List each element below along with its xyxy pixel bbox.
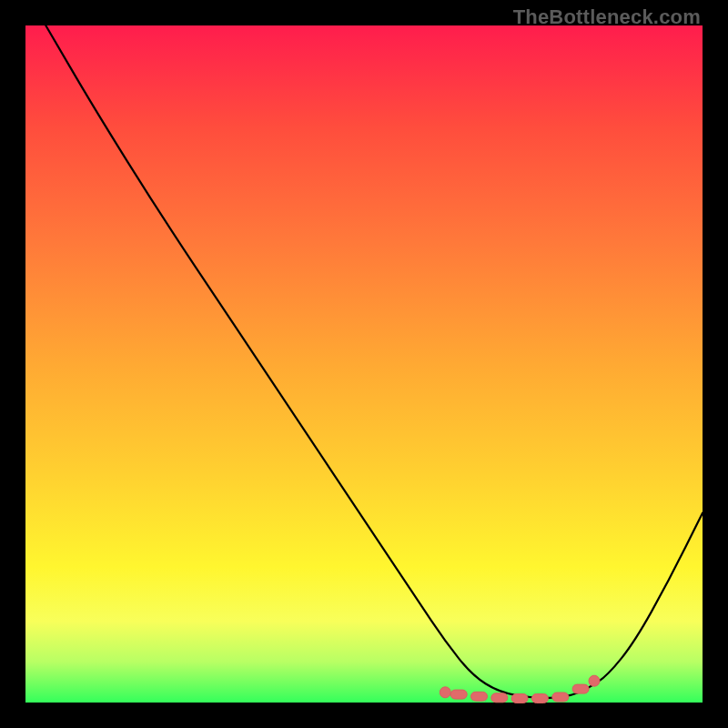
chart-svg bbox=[25, 25, 703, 703]
plot-area bbox=[25, 25, 703, 703]
marker-group bbox=[440, 675, 600, 703]
marker-pill bbox=[471, 692, 488, 701]
bottleneck-curve bbox=[46, 25, 703, 698]
marker-dot bbox=[440, 687, 450, 698]
chart-frame: TheBottleneck.com bbox=[0, 0, 728, 728]
marker-pill bbox=[572, 684, 589, 693]
marker-pill bbox=[552, 693, 569, 702]
marker-dot bbox=[589, 675, 600, 686]
marker-pill bbox=[450, 690, 467, 699]
marker-pill bbox=[511, 694, 528, 703]
marker-pill bbox=[531, 694, 548, 703]
marker-pill bbox=[491, 693, 508, 703]
